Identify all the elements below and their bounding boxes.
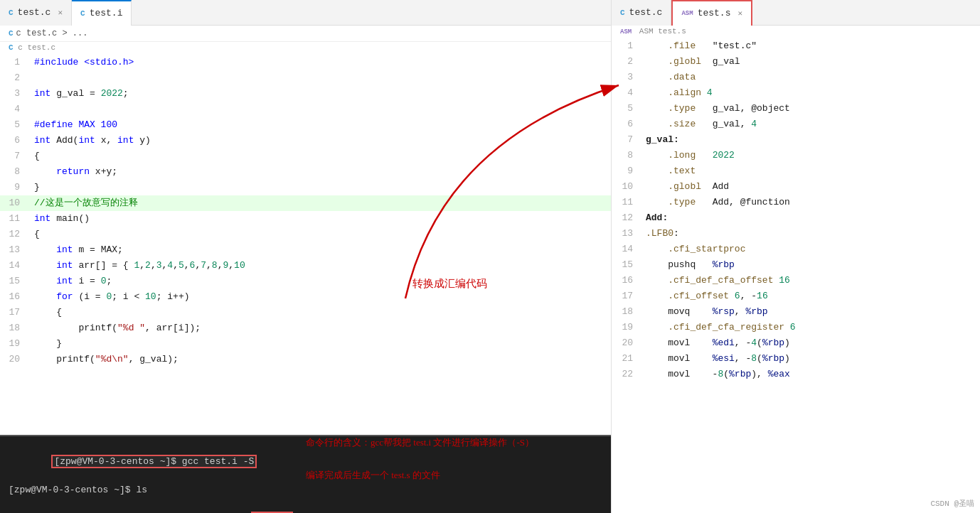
right-file-label: ASM ASM test.s: [612, 26, 980, 38]
table-row: 1 .file "test.c": [612, 38, 980, 54]
table-row: 13.LFB0:: [612, 226, 980, 242]
line-code: int m = MAX;: [28, 242, 611, 258]
line-number: 9: [0, 180, 28, 195]
terminal-area[interactable]: [zpw@VM-0-3-centos ~]$ gcc test.i -S [zp…: [0, 435, 611, 513]
asm-line-code: movl -8(%rbp), %eax: [640, 367, 980, 382]
asm-line-code: movq %rsp, %rbp: [640, 304, 980, 320]
table-row: 15 pushq %rbp: [612, 257, 980, 273]
right-code-area[interactable]: 1 .file "test.c"2 .globl g_val3 .data4 .…: [612, 38, 980, 513]
line-code: }: [28, 180, 611, 195]
table-row: 4: [0, 102, 611, 117]
asm-line-number: 14: [612, 242, 640, 257]
table-row: 11int main(): [0, 211, 611, 227]
asm-line-number: 2: [612, 54, 640, 70]
left-code-area[interactable]: 1#include <stdio.h>23int g_val = 2022;45…: [0, 55, 611, 435]
table-row: 11 .type Add, @function: [612, 195, 980, 210]
left-panel: C test.c ✕ C test.i C c test.c > ... C c…: [0, 0, 612, 513]
line-code: int arr[] = { 1,2,3,4,5,6,7,8,9,10: [28, 258, 611, 274]
asm-line-code: .text: [640, 163, 980, 179]
asm-line-number: 21: [612, 351, 640, 367]
tab-testi-label: test.i: [90, 8, 123, 18]
table-row: 9 .text: [612, 163, 980, 179]
table-row: 7g_val:: [612, 132, 980, 148]
asm-line-number: 4: [612, 85, 640, 101]
asm-line-code: .LFB0:: [640, 226, 980, 242]
terminal-line-2: [zpw@VM-0-3-centos ~]$ ls: [9, 483, 602, 497]
asm-line-code: .align 4: [640, 85, 980, 101]
main-layout: C test.c ✕ C test.i C c test.c > ... C c…: [0, 0, 980, 513]
line-code: printf("%d ", arr[i]);: [28, 320, 611, 336]
asm-line-code: .type g_val, @object: [640, 101, 980, 117]
table-row: 13 int m = MAX;: [0, 242, 611, 258]
line-number: 2: [0, 70, 28, 86]
asm-line-code: .cfi_def_cfa_register 6: [640, 320, 980, 335]
line-number: 4: [0, 102, 28, 117]
line-code: {: [28, 148, 611, 164]
asm-line-number: 5: [612, 101, 640, 117]
table-row: 17 .cfi_offset 6, -16: [612, 288, 980, 304]
asm-line-code: .cfi_def_cfa_offset 16: [640, 273, 980, 288]
tab-testc-label: test.c: [18, 7, 51, 18]
right-tab-testc-label: test.c: [629, 7, 663, 18]
table-row: 8 return x+y;: [0, 164, 611, 180]
terminal-cmd-highlight: [zpw@VM-0-3-centos ~]$ gcc test.i -S: [53, 456, 255, 467]
line-number: 18: [0, 320, 28, 336]
asm-line-number: 1: [612, 38, 640, 54]
line-code: [28, 102, 611, 117]
asm-line-number: 13: [612, 226, 640, 242]
table-row: 17 {: [0, 305, 611, 320]
table-row: 18 movq %rsp, %rbp: [612, 304, 980, 320]
table-row: 16 .cfi_def_cfa_offset 16: [612, 273, 980, 288]
terminal-line-3: code install.sh test.c test.i test.s: [9, 497, 602, 513]
tab-testc[interactable]: C test.c ✕: [0, 0, 72, 26]
asm-line-number: 12: [612, 210, 640, 226]
asm-line-number: 20: [612, 335, 640, 351]
table-row: 2 .globl g_val: [612, 54, 980, 70]
asm-line-code: .globl g_val: [640, 54, 980, 70]
table-row: 22 movl -8(%rbp), %eax: [612, 367, 980, 382]
table-row: 16 for (i = 0; i < 10; i++): [0, 289, 611, 305]
right-tab-bar: C test.c ASM test.s ✕: [612, 0, 980, 26]
line-code: //这是一个故意写的注释: [28, 195, 611, 211]
table-row: 1#include <stdio.h>: [0, 55, 611, 70]
right-file-label-text: ASM test.s: [639, 27, 686, 36]
tab-testc-close[interactable]: ✕: [58, 8, 63, 17]
right-tab-testc[interactable]: C test.c: [612, 0, 671, 26]
asm-line-number: 18: [612, 304, 640, 320]
line-number: 11: [0, 211, 28, 227]
right-tab-tests-close[interactable]: ✕: [737, 9, 742, 18]
line-code: #define MAX 100: [28, 117, 611, 133]
tab-testi[interactable]: C test.i: [72, 0, 132, 26]
left-file-label: C c test.c: [0, 42, 611, 55]
table-row: 19 }: [0, 336, 611, 352]
asm-line-code: movl %edi, -4(%rbp): [640, 335, 980, 351]
breadcrumb-text: c test.c > ...: [16, 28, 88, 38]
asm-line-number: 3: [612, 70, 640, 85]
table-row: 20 printf("%d\n", g_val);: [0, 352, 611, 367]
table-row: 4 .align 4: [612, 85, 980, 101]
table-row: 9}: [0, 180, 611, 195]
table-row: 5#define MAX 100: [0, 117, 611, 133]
asm-line-number: 16: [612, 273, 640, 288]
breadcrumb: C c test.c > ...: [0, 26, 611, 42]
right-tab-tests-label: test.s: [698, 8, 731, 18]
c-icon-2: C: [80, 9, 85, 18]
asm-line-number: 10: [612, 179, 640, 195]
table-row: 5 .type g_val, @object: [612, 101, 980, 117]
asm-line-code: .size g_val, 4: [640, 117, 980, 132]
table-row: 7{: [0, 148, 611, 164]
right-tab-tests[interactable]: ASM test.s ✕: [671, 0, 752, 26]
asm-line-code: .data: [640, 70, 980, 85]
line-number: 17: [0, 305, 28, 320]
left-tab-bar: C test.c ✕ C test.i: [0, 0, 611, 26]
line-code: int i = 0;: [28, 274, 611, 289]
line-number: 6: [0, 133, 28, 148]
line-number: 14: [0, 258, 28, 274]
asm-line-number: 7: [612, 132, 640, 148]
table-row: 14 int arr[] = { 1,2,3,4,5,6,7,8,9,10: [0, 258, 611, 274]
file-label-text: c test.c: [18, 43, 55, 52]
line-code: int g_val = 2022;: [28, 86, 611, 102]
asm-line-code: .globl Add: [640, 179, 980, 195]
table-row: 3 .data: [612, 70, 980, 85]
line-number: 10: [0, 195, 28, 211]
